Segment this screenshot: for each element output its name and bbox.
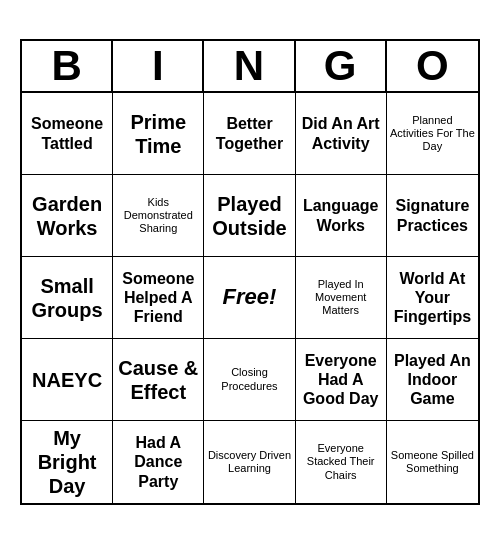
bingo-cell-5[interactable]: Garden Works [22, 175, 113, 257]
bingo-cell-0[interactable]: Someone Tattled [22, 93, 113, 175]
bingo-cell-17[interactable]: Closing Procedures [204, 339, 295, 421]
bingo-letter: I [113, 41, 204, 91]
bingo-cell-20[interactable]: My Bright Day [22, 421, 113, 503]
bingo-cell-21[interactable]: Had A Dance Party [113, 421, 204, 503]
bingo-letter: G [296, 41, 387, 91]
bingo-letter: N [204, 41, 295, 91]
bingo-cell-11[interactable]: Someone Helped A Friend [113, 257, 204, 339]
bingo-cell-12[interactable]: Free! [204, 257, 295, 339]
bingo-cell-22[interactable]: Discovery Driven Learning [204, 421, 295, 503]
bingo-cell-3[interactable]: Did An Art Activity [296, 93, 387, 175]
bingo-cell-13[interactable]: Played In Movement Matters [296, 257, 387, 339]
bingo-cell-24[interactable]: Someone Spilled Something [387, 421, 478, 503]
bingo-grid: Someone TattledPrime TimeBetter Together… [22, 93, 478, 503]
bingo-cell-6[interactable]: Kids Demonstrated Sharing [113, 175, 204, 257]
bingo-card: BINGO Someone TattledPrime TimeBetter To… [20, 39, 480, 505]
bingo-cell-9[interactable]: Signature Practices [387, 175, 478, 257]
bingo-letter: O [387, 41, 478, 91]
bingo-cell-23[interactable]: Everyone Stacked Their Chairs [296, 421, 387, 503]
bingo-cell-7[interactable]: Played Outside [204, 175, 295, 257]
bingo-cell-2[interactable]: Better Together [204, 93, 295, 175]
bingo-cell-14[interactable]: World At Your Fingertips [387, 257, 478, 339]
bingo-cell-16[interactable]: Cause & Effect [113, 339, 204, 421]
bingo-cell-18[interactable]: Everyone Had A Good Day [296, 339, 387, 421]
bingo-cell-8[interactable]: Language Works [296, 175, 387, 257]
bingo-cell-15[interactable]: NAEYC [22, 339, 113, 421]
bingo-cell-10[interactable]: Small Groups [22, 257, 113, 339]
bingo-cell-4[interactable]: Planned Activities For The Day [387, 93, 478, 175]
bingo-letter: B [22, 41, 113, 91]
bingo-header: BINGO [22, 41, 478, 93]
bingo-cell-19[interactable]: Played An Indoor Game [387, 339, 478, 421]
bingo-cell-1[interactable]: Prime Time [113, 93, 204, 175]
